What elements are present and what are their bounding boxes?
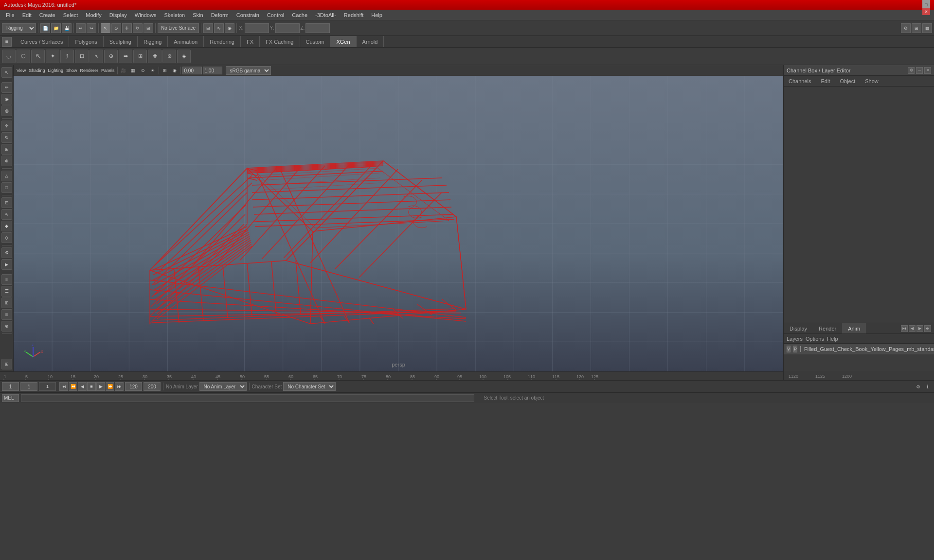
vp-gamma-select[interactable]: sRGB gamma	[226, 66, 271, 75]
shelf-skin[interactable]: ⊡	[75, 50, 89, 63]
menu--3dtoall-[interactable]: -3DtoAll-	[311, 10, 340, 20]
vp-wireframe-btn[interactable]: ▦	[129, 66, 138, 75]
menu-skin[interactable]: Skin	[189, 10, 207, 20]
scale-tool-button[interactable]: ⊞	[1, 144, 12, 155]
render-settings-btn[interactable]: ⚙	[1, 247, 12, 258]
snap-grid-btn[interactable]: ⊟	[1, 197, 12, 208]
shelf-sculpt[interactable]: ⛏	[31, 50, 45, 63]
layer-nav-btn-3[interactable]: ⏭	[924, 325, 931, 332]
toolbar-btn-select[interactable]: ↖	[101, 23, 110, 33]
z-input[interactable]	[305, 23, 330, 33]
toolbar-btn-quick-layout[interactable]: ▦	[922, 23, 932, 33]
channel-box-settings-btn[interactable]: ⚙	[908, 67, 915, 74]
frame-end2-input[interactable]	[144, 382, 161, 391]
frame-start-input[interactable]	[2, 382, 19, 391]
module-tab-fx[interactable]: FX	[241, 36, 260, 47]
maximize-button[interactable]: □	[922, 1, 930, 8]
frame-end-input[interactable]	[125, 382, 142, 391]
toolbar-btn-snap-curve[interactable]: ∿	[214, 23, 224, 33]
shelf-misc1[interactable]: ⊞	[133, 50, 147, 63]
misc-btn-2[interactable]: ☰	[1, 286, 12, 297]
vp-cam-btn[interactable]: 🎥	[119, 66, 128, 75]
shelf-deform[interactable]: ∿	[90, 50, 103, 63]
toolbar-btn-redo[interactable]: ↪	[87, 23, 96, 33]
skip-to-start-btn[interactable]: ⏮	[59, 382, 68, 391]
show-manip-button[interactable]: □	[1, 182, 12, 193]
toolbar-btn-layout[interactable]: ⊞	[912, 23, 921, 33]
command-line-input[interactable]	[21, 394, 474, 402]
menu-select[interactable]: Select	[59, 10, 82, 20]
layer-tab-anim[interactable]: Anim	[842, 323, 866, 333]
layer-playback-checkbox[interactable]: P	[793, 346, 797, 352]
toolbar-btn-scale[interactable]: ⊞	[144, 23, 153, 33]
vp-near-clip-input[interactable]	[203, 67, 222, 74]
close-button[interactable]: ✕	[922, 8, 930, 15]
snap-view-btn[interactable]: ◇	[1, 232, 12, 243]
x-input[interactable]	[245, 23, 269, 33]
vp-shading-menu[interactable]: Shading	[28, 66, 46, 75]
move-tool-button[interactable]: ✛	[1, 121, 12, 131]
vp-show-menu[interactable]: Show	[65, 66, 78, 75]
layer-opt-help[interactable]: Help	[827, 336, 838, 342]
play-fwd-btn[interactable]: ▶	[96, 382, 105, 391]
menu-create[interactable]: Create	[36, 10, 59, 20]
layer-nav-btn-0[interactable]: ⏮	[901, 325, 908, 332]
module-tab-rigging[interactable]: Rigging	[138, 36, 168, 47]
snap-point-btn[interactable]: ◆	[1, 221, 12, 231]
menu-modify[interactable]: Modify	[82, 10, 105, 20]
module-tab-animation[interactable]: Animation	[168, 36, 204, 47]
layer-visibility-checkbox[interactable]: V	[787, 346, 790, 352]
menu-control[interactable]: Control	[263, 10, 288, 20]
no-live-surface-button[interactable]: No Live Surface	[158, 23, 199, 33]
toolbar-btn-move[interactable]: ✛	[122, 23, 132, 33]
module-tab-curves---surfaces[interactable]: Curves / Surfaces	[15, 36, 69, 47]
vp-smooth-btn[interactable]: ⊙	[139, 66, 147, 75]
toolbar-btn-snap-grid[interactable]: ⊞	[203, 23, 213, 33]
menu-cache[interactable]: Cache	[288, 10, 311, 20]
module-tab-sculpting[interactable]: Sculpting	[104, 36, 138, 47]
toolbar-btn-undo[interactable]: ↩	[76, 23, 86, 33]
menu-skeleton[interactable]: Skeleton	[160, 10, 189, 20]
toolbar-btn-open[interactable]: 📁	[51, 23, 61, 33]
paint-tool-button[interactable]: ✏	[1, 82, 12, 93]
universal-tool-button[interactable]: ⊕	[1, 156, 12, 166]
menu-file[interactable]: File	[2, 10, 18, 20]
shelf-misc4[interactable]: ◈	[177, 50, 191, 63]
layer-nav-btn-1[interactable]: ◀	[909, 325, 916, 332]
render-btn[interactable]: ▶	[1, 259, 12, 270]
cb-tab-edit[interactable]: Edit	[816, 76, 835, 86]
vp-renderer-menu[interactable]: Renderer	[79, 66, 99, 75]
vp-grid-btn[interactable]: ⊞	[161, 66, 169, 75]
toolbar-btn-settings[interactable]: ⚙	[901, 23, 911, 33]
misc-btn-4[interactable]: ≋	[1, 309, 12, 320]
misc-btn-5[interactable]: ⊕	[1, 321, 12, 332]
select-tool-button[interactable]: ↖	[1, 67, 12, 78]
rotate-tool-button[interactable]: ↻	[1, 132, 12, 143]
step-fwd-btn[interactable]: ⏩	[106, 382, 114, 391]
layer-tab-render[interactable]: Render	[813, 323, 842, 333]
toolbar-btn-save[interactable]: 💾	[62, 23, 72, 33]
frame-current-input[interactable]	[20, 382, 37, 391]
shelf-curves-surfaces[interactable]: ◡	[2, 50, 16, 63]
layer-nav-btn-2[interactable]: ▶	[916, 325, 923, 332]
menu-edit[interactable]: Edit	[18, 10, 36, 20]
layer-opt-options[interactable]: Options	[806, 336, 824, 342]
toolbar-btn-snap-point[interactable]: ◉	[225, 23, 234, 33]
menu-redshift[interactable]: Redshift	[340, 10, 367, 20]
bc-settings-btn[interactable]: ⚙	[914, 382, 922, 391]
menu-windows[interactable]: Windows	[131, 10, 161, 20]
misc-bottom-btn[interactable]: ⊞	[1, 359, 12, 369]
menu-constrain[interactable]: Constrain	[233, 10, 263, 20]
module-tab-xgen[interactable]: XGen	[330, 36, 356, 47]
module-tab-fx-caching[interactable]: FX Caching	[260, 36, 300, 47]
vp-isolate-btn[interactable]: ◉	[170, 66, 179, 75]
shelf-misc3[interactable]: ⊗	[162, 50, 176, 63]
sculpt-tool-button[interactable]: ◉	[1, 94, 12, 105]
stop-btn[interactable]: ■	[87, 382, 96, 391]
misc-btn-1[interactable]: ≡	[1, 274, 12, 285]
paint2-tool-button[interactable]: ◍	[1, 105, 12, 116]
channel-box-collapse-btn[interactable]: ─	[916, 67, 923, 74]
cb-tab-channels[interactable]: Channels	[784, 76, 816, 86]
module-tab-arnold[interactable]: Arnold	[357, 36, 384, 47]
toolbar-btn-new[interactable]: 📄	[40, 23, 50, 33]
